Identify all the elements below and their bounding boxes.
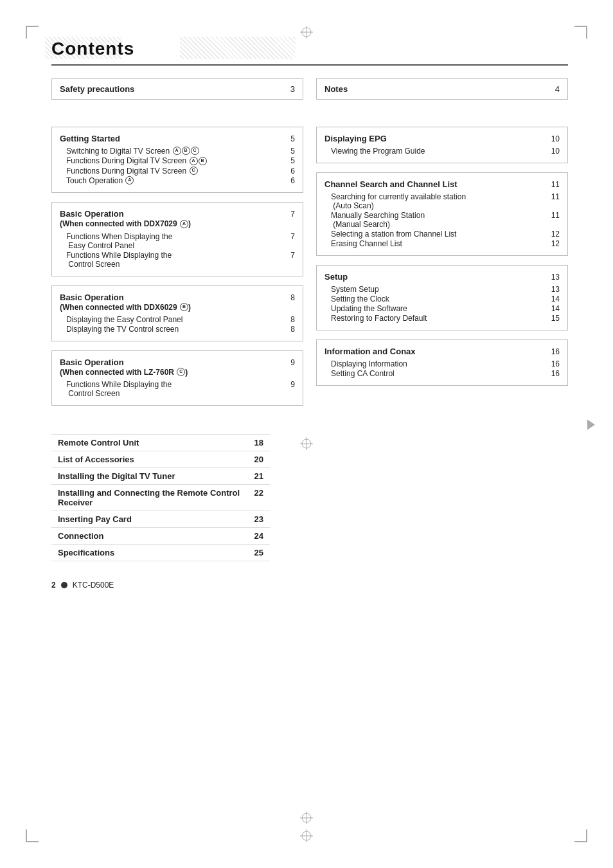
setup-row-4-text: Restoring to Factory Default	[331, 314, 427, 323]
safety-precautions-page: 3	[290, 84, 295, 94]
gs-row-1: Switching to Digital TV Screen ABC 5	[60, 147, 295, 156]
setup-row-2: Setting the Clock 14	[324, 294, 560, 303]
gs-row-2-page: 5	[282, 156, 295, 165]
basic-op-2-page: 8	[282, 293, 295, 302]
gs-row-2-text: Functions During Digital TV Screen AB	[66, 156, 207, 165]
cs-row-2-text: Manually Searching Station (Manual Searc…	[331, 211, 425, 229]
bop1-row-1-text: Functions When Displaying the Easy Contr…	[66, 232, 172, 250]
setup-row-1-page: 13	[547, 285, 560, 294]
bop3-row-1: Functions While Displaying the Control S…	[60, 380, 295, 398]
bottom-list: Remote Control Unit 18 List of Accessori…	[51, 434, 270, 561]
setup-row-3-page: 14	[547, 304, 560, 313]
icon-c3: C	[177, 368, 185, 376]
cs-row-3-text: Selecting a station from Channel List	[331, 230, 456, 239]
bop2-row-2-page: 8	[282, 325, 295, 334]
icon-b3: B	[180, 303, 188, 311]
ic-row-1-page: 16	[547, 359, 560, 368]
info-conax-page: 16	[547, 347, 560, 356]
gs-row-3-page: 6	[282, 167, 295, 176]
icon-b2: B	[199, 157, 207, 165]
setup-row-2-text: Setting the Clock	[331, 294, 389, 303]
hatch-decoration-center	[180, 37, 296, 59]
page-number-area: 2 KTC-D500E	[51, 581, 568, 590]
model-name: KTC-D500E	[73, 581, 114, 590]
contents-header: Contents	[51, 39, 568, 66]
bl-specifications-page: 25	[254, 548, 263, 557]
epg-row-1: Viewing the Program Guide 10	[324, 147, 560, 156]
epg-row-1-text: Viewing the Program Guide	[331, 147, 425, 156]
reg-mark-mid-bot	[300, 811, 313, 826]
setup-row-4-page: 15	[547, 314, 560, 323]
bl-specifications-label: Specifications	[58, 548, 114, 557]
bop1-row-2-text: Functions While Displaying the Control S…	[66, 251, 172, 269]
setup-row-2-page: 14	[547, 294, 560, 303]
section-epg: Displaying EPG 10 Viewing the Program Gu…	[316, 127, 568, 163]
bullet-circle	[61, 582, 67, 588]
setup-row-1-text: System Setup	[331, 285, 379, 294]
bl-connection-label: Connection	[58, 531, 104, 541]
epg-title: Displaying EPG	[324, 134, 387, 143]
bl-installing-connecting-label: Installing and Connecting the Remote Con…	[58, 488, 254, 507]
channel-search-title: Channel Search and Channel List	[324, 179, 458, 189]
getting-started-title: Getting Started	[60, 134, 120, 143]
bl-accessories: List of Accessories 20	[51, 451, 270, 468]
corner-mark-br	[574, 829, 587, 842]
icon-c: C	[191, 147, 199, 155]
bop3-row-1-page: 9	[282, 380, 295, 389]
getting-started-page: 5	[282, 134, 295, 143]
safety-precautions-box: Safety precautions 3	[51, 78, 303, 100]
gs-row-4-page: 6	[282, 176, 295, 185]
ic-row-1-text: Displaying Information	[331, 359, 407, 368]
bl-installing-connecting-page: 22	[254, 488, 263, 498]
bop2-row-1-page: 8	[282, 315, 295, 324]
cs-row-4: Erasing Channel List 12	[324, 239, 560, 248]
basic-op-1-title: Basic Operation(When connected with DDX7…	[60, 209, 191, 228]
cs-row-1: Searching for currently available statio…	[324, 192, 560, 210]
basic-op-2-title: Basic Operation(When connected with DDX6…	[60, 293, 191, 312]
cs-row-3-page: 12	[547, 230, 560, 239]
bop2-row-2: Displaying the TV Control screen 8	[60, 325, 295, 334]
page-title: Contents	[51, 39, 134, 59]
ic-row-2-page: 16	[547, 369, 560, 378]
notes-label: Notes	[324, 84, 348, 94]
cs-row-1-text: Searching for currently available statio…	[331, 192, 466, 210]
basic-op-3-page: 9	[282, 358, 295, 367]
bl-connection-page: 24	[254, 531, 263, 541]
bl-remote-control-page: 18	[254, 438, 263, 448]
setup-row-3: Updating the Software 14	[324, 304, 560, 313]
icon-a: A	[173, 147, 181, 155]
icon-c2: C	[190, 167, 198, 175]
bop3-row-1-text: Functions While Displaying the Control S…	[66, 380, 172, 398]
bl-specifications: Specifications 25	[51, 545, 270, 561]
gs-row-3-text: Functions During Digital TV Screen C	[66, 167, 198, 176]
epg-page: 10	[547, 134, 560, 143]
svg-marker-6	[587, 419, 595, 429]
bl-pay-card-page: 23	[254, 514, 263, 524]
page-number: 2	[51, 581, 56, 590]
reg-mark-mid	[300, 437, 313, 452]
setup-row-3-text: Updating the Software	[331, 304, 407, 313]
epg-row-1-page: 10	[547, 147, 560, 156]
icon-b: B	[182, 147, 190, 155]
cs-row-4-page: 12	[547, 239, 560, 248]
bl-installing-tuner: Installing the Digital TV Tuner 21	[51, 468, 270, 485]
ic-row-2-text: Setting CA Control	[331, 369, 395, 378]
notes-page: 4	[555, 84, 560, 94]
section-info-conax: Information and Conax 16 Displaying Info…	[316, 339, 568, 386]
ic-row-1: Displaying Information 16	[324, 359, 560, 368]
notes-box: Notes 4	[316, 78, 568, 100]
section-basic-op-3: Basic Operation(When connected with LZ-7…	[51, 350, 303, 406]
gs-row-1-text: Switching to Digital TV Screen ABC	[66, 147, 199, 156]
gs-row-4: Touch Operation A 6	[60, 176, 295, 185]
bop1-row-1-page: 7	[282, 232, 295, 241]
cs-row-4-text: Erasing Channel List	[331, 239, 402, 248]
cs-row-2: Manually Searching Station (Manual Searc…	[324, 211, 560, 229]
corner-mark-tl	[26, 26, 39, 39]
icon-a3: A	[125, 176, 134, 185]
cs-row-1-page: 11	[547, 192, 560, 201]
bop2-row-1-text: Displaying the Easy Control Panel	[66, 315, 182, 324]
setup-row-4: Restoring to Factory Default 15	[324, 314, 560, 323]
bl-pay-card: Inserting Pay Card 23	[51, 511, 270, 528]
right-page-mark	[587, 419, 595, 431]
ic-row-2: Setting CA Control 16	[324, 369, 560, 378]
